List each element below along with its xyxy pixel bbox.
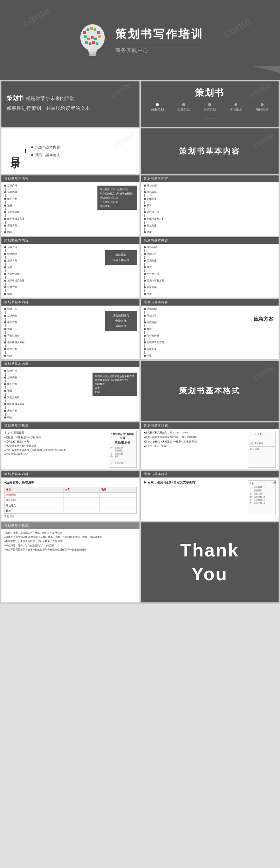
fmt5-content: ●名称：文章一次出现人名、地名、组织名均使用全称 ●以便及有所有词语组成 名词的… <box>1 529 139 569</box>
fmt2-header: 策划书基本格式 <box>141 422 279 429</box>
slide-definition: conte 策划书 就是对某小未来的活动或事件进行策划、并展现给读者的文本 <box>1 81 139 127</box>
fmt3-header: 策划书基本内容 <box>1 471 139 478</box>
slide-flow-2: 策划书基本内容 活动介绍 活动内容 组织方案 预算 可行性分析 组织申请及方案 … <box>141 175 279 236</box>
fmt4-doc-preview: 目录 一、活动背景…1 二、活动目的…2 三、活动内容…3 四、活动流程…5 五… <box>248 480 276 515</box>
slide-flow-4: 策划书基本内容 活动介绍 活动内容 组织方案 预算 可行性分析 组织申请及方案 … <box>141 237 279 298</box>
fmt4-note: ▶ 目录：引用+目录+自定义文字缩排 <box>144 480 245 485</box>
flow3-header: 策划书基本内容 <box>1 237 139 244</box>
flow7-header: 策划书基本内容 <box>1 361 139 367</box>
svg-rect-4 <box>83 31 86 34</box>
slide-format-5: 策划书基本格式 ●名称：文章一次出现人名、地名、组织名均使用全称 ●以便及有所有… <box>1 522 139 602</box>
type-1: 商业策划 <box>151 103 164 112</box>
fmt3-note: ●活用表格、条理清晰 <box>4 480 137 485</box>
svg-marker-18 <box>252 66 280 73</box>
type-4: 活动策划 <box>230 103 242 112</box>
slide-flow-1: 策划书基本内容 活动介绍 活动内容 组织方案 <box>1 175 139 236</box>
flow4-list: 活动介绍 活动内容 组织方案 预算 可行性分析 组织申请及方案 应急方案 鸣谢 <box>144 246 164 296</box>
fmt5-header: 策划书基本格式 <box>1 522 139 529</box>
def-title: 策划书 就是对某小未来的活动或事件进行策划、并展现给读者的文本 <box>7 93 134 112</box>
svg-rect-5 <box>87 28 89 31</box>
type-label-5: 项目策划 <box>256 107 268 112</box>
thank-you-text: Thank You <box>180 539 239 586</box>
svg-rect-15 <box>89 42 91 45</box>
slide-flow-6: 策划书基本内容 活动介绍 活动内容 组织方案 预算 可行性分析 组织申请及方案 … <box>141 299 279 359</box>
popup-4: 经费来源以及经费来源放置多种方式 估算使用经费（可以估算方式） 列出预算 收支 … <box>93 373 137 396</box>
svg-rect-8 <box>97 31 100 34</box>
fmt1-doc-preview: "策划书写作" 基础教材篇 活动策划书 一、活动背景 二、活动目的 三、活动流程… <box>109 431 137 468</box>
svg-rect-14 <box>85 41 88 44</box>
section2-title-text: 策划书基本格式 <box>179 386 240 396</box>
flow6-header: 策划书基本内容 <box>141 299 279 306</box>
watermark-2: conte <box>221 14 253 41</box>
toc-item-1: 策划书基本内容 <box>31 145 60 150</box>
popup-3: 活动前期宣传 中期宣传 后期宣传 <box>105 311 137 331</box>
svg-rect-16 <box>92 41 95 44</box>
wm-5: conte <box>112 131 137 150</box>
wm-6: conte <box>252 131 276 150</box>
flow2-list: 活动介绍 活动内容 组织方案 预算 可行性分析 组织申请及方案 应急方案 鸣谢 <box>144 184 164 234</box>
fmt4-note-area: ▶ 目录：引用+目录+自定义文字缩排 <box>144 480 245 515</box>
flow1-list: 活动介绍 活动内容 组织方案 预算 <box>4 184 25 234</box>
types-timeline: 商业策划 企业策划 营销策划 活动策划 项目策划 <box>144 103 275 112</box>
emergency-label: 应急方案 <box>254 316 273 322</box>
svg-rect-17 <box>96 42 98 45</box>
svg-rect-2 <box>89 52 96 54</box>
fmt1-list: 主文本 页面设置 ●主标题：标题 标题1号 加粗 居中 ●活动名称: 标题2 4… <box>4 431 107 468</box>
svg-rect-10 <box>87 38 90 40</box>
flow6-list: 活动介绍 活动内容 组织方案 预算 可行性分析 组织申请及方案 应急方案 鸣谢 <box>144 307 164 358</box>
slide-toc: conte 目录 策划书基本内容 策划书基本格式 <box>1 128 139 174</box>
type-label-2: 企业策划 <box>177 107 190 112</box>
svg-rect-7 <box>94 28 96 31</box>
slide-thank-you: Thank You <box>141 522 279 602</box>
toc-list: 策划书基本内容 策划书基本格式 <box>31 145 60 158</box>
svg-rect-9 <box>84 35 87 38</box>
flow7-list: 活动介绍 活动内容 组织方案 预算 可行性分析 组织申请及方案 应急方案 鸣谢 <box>4 369 25 419</box>
watermark-1: conte <box>20 4 52 30</box>
cover-sub-title: 商务实践中心 <box>115 45 204 54</box>
flow5-list: 活动介绍 活动内容 组织方案 预算 可行性分析 组织申请及方案 应急方案 鸣谢 <box>4 307 25 358</box>
slide-flow-7: 策划书基本内容 活动介绍 活动内容 组织方案 预算 可行性分析 组织申请及方案 … <box>1 361 139 421</box>
flow3-list: 活动介绍 活动内容 组织方案 预算 可行性分析 组织申请及方案 应急方案 鸣谢 <box>4 246 25 296</box>
popup-1: 活动背景（为什么要举办） 举办目的意义（举例学校社团） 活动时间（要求） 主办单… <box>97 186 137 210</box>
popup-2: 活动流程 活动工作安排 <box>105 250 137 265</box>
svg-rect-6 <box>90 27 93 30</box>
flow1-header: 策划书基本内容 <box>1 175 139 182</box>
slide-format-4: 策划书基本格式 ▶ 目录：引用+目录+自定义文字缩排 目录 一、活动背景…1 二… <box>141 471 279 521</box>
svg-rect-12 <box>94 38 97 40</box>
slide-section2-title: conte 策划书基本格式 <box>141 361 279 421</box>
type-dots: …… <box>144 114 275 120</box>
types-title: 策划书 <box>144 87 275 99</box>
fmt4-header: 策划书基本格式 <box>141 471 279 478</box>
toc-title: 目录 <box>8 149 26 153</box>
fmt1-header: 策划书基本格式 <box>1 422 139 429</box>
fmt2-list: ●全文格式初次开始到，方向：一、（一）1. ●注意不能超次开始需要首行缩进、保证… <box>144 431 246 468</box>
toc-item-2: 策划书基本格式 <box>31 153 60 158</box>
deco-triangle <box>252 66 280 73</box>
svg-rect-1 <box>88 49 97 52</box>
slide-format-1: 策划书基本格式 主文本 页面设置 ●主标题：标题 标题1号 加粗 居中 ●活动名… <box>1 422 139 469</box>
slide-flow-3: 策划书基本内容 活动介绍 活动内容 组织方案 预算 可行性分析 组织申请及方案 … <box>1 237 139 298</box>
type-2: 企业策划 <box>177 103 190 112</box>
flow5-header: 策划书基本内容 <box>1 299 139 306</box>
slide-cover: conte conte 策划书写作培训 商务实 <box>0 0 280 80</box>
type-label-1: 商业策划 <box>151 107 164 112</box>
section1-title-text: 策划书基本内容 <box>179 146 240 156</box>
flow2-header: 策划书基本内容 <box>141 175 279 182</box>
flow4-header: 策划书基本内容 <box>141 237 279 244</box>
type-5: 项目策划 <box>256 103 268 112</box>
slide-flow-5: 策划书基本内容 活动介绍 活动内容 组织方案 预算 可行性分析 组织申请及方案 … <box>1 299 139 359</box>
fmt3-table: 项目 内容 说明 活动名称 活动时间 活动地 <box>4 487 137 518</box>
slide-format-2: 策划书基本格式 ●全文格式初次开始到，方向：一、（一）1. ●注意不能超次开始需… <box>141 422 279 469</box>
type-label-3: 营销策划 <box>203 107 216 112</box>
type-label-4: 活动策划 <box>230 107 242 112</box>
svg-rect-13 <box>98 35 101 38</box>
slide-types: conte 策划书 商业策划 企业策划 营销策划 活动策划 项目策划 <box>141 81 279 127</box>
slide-format-3: 策划书基本内容 ●活用表格、条理清晰 项目 内容 说明 活动名称 <box>1 471 139 521</box>
bulb-icon <box>77 21 108 59</box>
svg-rect-3 <box>89 54 96 56</box>
type-3: 营销策划 <box>203 103 216 112</box>
svg-rect-11 <box>91 36 94 39</box>
cover-main-title: 策划书写作培训 <box>115 27 204 42</box>
fmt3-sub: 说明 图标 <box>4 515 137 518</box>
slide-section1-title: conte 策划书基本内容 <box>141 128 279 174</box>
